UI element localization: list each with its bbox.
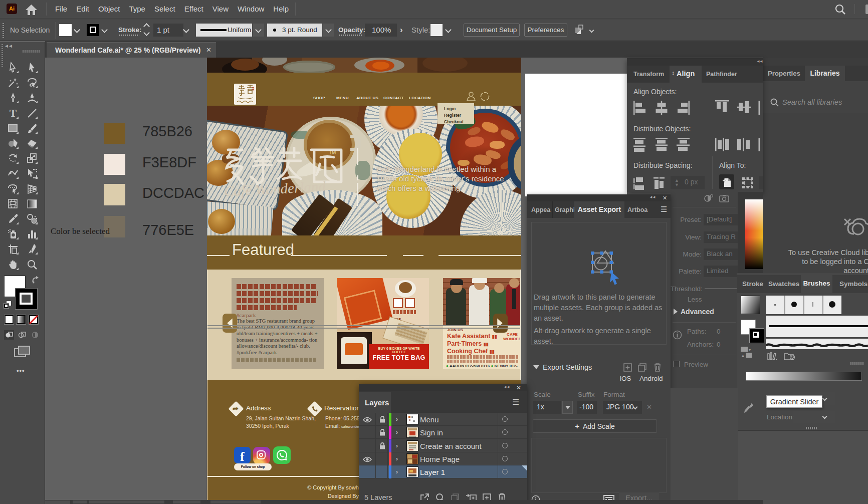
svg-text:T: T	[10, 107, 17, 119]
